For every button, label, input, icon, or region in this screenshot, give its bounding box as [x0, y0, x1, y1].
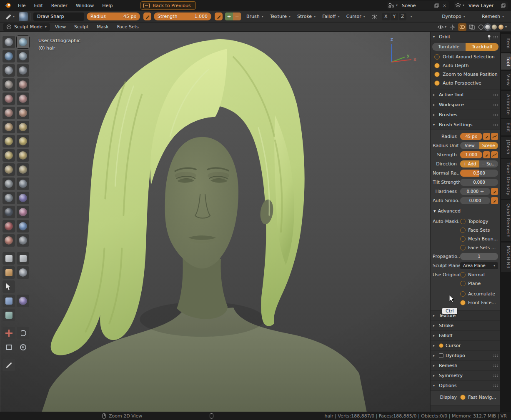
- panel-drag-grip[interactable]: [493, 354, 498, 358]
- sidebar-tab[interactable]: Quad Remesh: [501, 200, 511, 241]
- panel-drag-grip[interactable]: [493, 93, 498, 97]
- panel-drag-grip[interactable]: [493, 123, 498, 127]
- radius-unit-view-button[interactable]: View: [460, 142, 479, 149]
- sculpt-tool[interactable]: [3, 178, 15, 190]
- sculpt-tool[interactable]: [3, 266, 15, 279]
- sculpt-tool[interactable]: [17, 163, 29, 176]
- options-dropdown[interactable]: Cursor▾: [343, 12, 368, 20]
- back-to-previous-button[interactable]: ← Back to Previous: [140, 1, 195, 10]
- radius-pressure-icon[interactable]: [143, 12, 151, 20]
- automask-face-sets-toggle[interactable]: Face Sets: [460, 228, 498, 233]
- direction-subtract-button[interactable]: − Su...: [479, 160, 498, 168]
- sculpt-tool[interactable]: [3, 149, 15, 162]
- add-view-layer-icon[interactable]: [500, 2, 506, 9]
- toggle-circle-icon[interactable]: [434, 72, 440, 77]
- sculpt-tool[interactable]: [3, 359, 15, 371]
- brush-subpanel-header[interactable]: ▸ Texture: [431, 311, 500, 321]
- brush-subpanel-header[interactable]: ▸ Cursor: [431, 341, 500, 351]
- toggle-row[interactable]: Zoom to Mouse Position: [431, 70, 500, 79]
- sidebar-tab[interactable]: Edit: [501, 119, 511, 135]
- options-dropdown[interactable]: Falloff▾: [319, 12, 343, 20]
- panel-header-collapsed[interactable]: ▸ Active Tool: [431, 90, 500, 100]
- hardness-slider[interactable]: 0.000↔: [460, 188, 490, 195]
- sculpt-tool[interactable]: [17, 266, 29, 279]
- automask-topology-toggle[interactable]: Topology: [460, 219, 498, 224]
- panel-drag-grip[interactable]: [493, 374, 498, 378]
- sculpt-tool[interactable]: [3, 220, 15, 232]
- mirror-axis-button[interactable]: X: [382, 13, 390, 20]
- sculpt-tool[interactable]: [3, 36, 15, 48]
- toggle-circle-icon[interactable]: [460, 395, 466, 400]
- shading-solid-icon[interactable]: [485, 25, 490, 30]
- radius-slider[interactable]: 45 px: [460, 133, 482, 140]
- viewport-menu-item[interactable]: Sculpt: [70, 23, 92, 31]
- viewport-3d[interactable]: User Orthographic (0) hair z y x: [0, 32, 500, 412]
- options-dropdown[interactable]: Brush▾: [243, 12, 266, 20]
- sculpt-tool[interactable]: [3, 163, 15, 176]
- sculpt-tool[interactable]: [17, 149, 29, 162]
- menu-item[interactable]: Help: [98, 2, 116, 10]
- panel-drag-grip[interactable]: [493, 384, 498, 388]
- fast-navigate-toggle[interactable]: Fast Navig...: [460, 395, 498, 400]
- sculpt-tool[interactable]: [17, 36, 29, 48]
- sculpt-tool[interactable]: [17, 121, 29, 133]
- viewport-menu-item[interactable]: Mask: [93, 23, 112, 31]
- propagation-steps-field[interactable]: 1: [460, 253, 498, 260]
- view-layer-name-field[interactable]: View Layer: [466, 3, 498, 8]
- autosmooth-slider[interactable]: 0.000: [460, 197, 490, 204]
- radius-unit-scene-button[interactable]: Scene: [479, 142, 498, 149]
- sidebar-tab[interactable]: View: [501, 71, 511, 89]
- toggle-row[interactable]: Auto Perspective: [431, 79, 500, 88]
- automask-mesh-boundary-toggle[interactable]: Mesh Boun...: [460, 236, 498, 242]
- mode-selector[interactable]: Sculpt Mode ▾: [3, 23, 50, 31]
- new-scene-icon[interactable]: [433, 2, 440, 9]
- accumulate-toggle[interactable]: Accumulate: [460, 291, 498, 297]
- sidebar-tab[interactable]: JMesh: [501, 137, 511, 158]
- panel-header-collapsed[interactable]: ▸ Brushes: [431, 110, 500, 120]
- sculpt-tool[interactable]: [17, 92, 29, 105]
- sculpt-tool[interactable]: [3, 50, 15, 62]
- sculpt-tool[interactable]: [3, 206, 15, 218]
- radius-pressure-icon[interactable]: [483, 133, 490, 140]
- brush-subpanel-header[interactable]: ▸ Falloff: [431, 331, 500, 341]
- sidebar-tab[interactable]: Animate: [501, 91, 511, 118]
- options-dropdown[interactable]: Stroke▾: [294, 12, 318, 20]
- strength-pressure-icon[interactable]: [483, 151, 490, 158]
- toggle-circle-icon[interactable]: [460, 228, 466, 233]
- strength-curve-icon[interactable]: [491, 151, 498, 158]
- panel-header-collapsed[interactable]: ▸ Dyntopo: [431, 351, 500, 361]
- sculpt-tool[interactable]: [3, 248, 15, 250]
- checkbox-icon[interactable]: [439, 353, 443, 358]
- pin-icon[interactable]: [487, 35, 491, 40]
- viewport-menu-item[interactable]: Face Sets: [113, 23, 143, 31]
- sculpt-tool[interactable]: [17, 252, 29, 265]
- panel-header-orbit[interactable]: ▾ Orbit: [431, 32, 500, 42]
- sculpt-tool[interactable]: [17, 107, 29, 119]
- strength-pressure-icon[interactable]: [215, 12, 223, 20]
- toggle-circle-icon[interactable]: [460, 300, 466, 305]
- shading-rendered-icon[interactable]: [498, 25, 503, 30]
- panel-header-collapsed[interactable]: ▸ Symmetry: [431, 371, 500, 381]
- panel-header-options[interactable]: ▾ Options: [431, 381, 500, 391]
- sculpt-tool[interactable]: [3, 64, 15, 77]
- panel-drag-grip[interactable]: [493, 103, 498, 107]
- toggle-row[interactable]: Auto Depth: [431, 61, 500, 70]
- sculpt-tool[interactable]: [17, 178, 29, 190]
- panel-header-collapsed[interactable]: ▸ Workspace: [431, 100, 500, 110]
- unlink-scene-icon[interactable]: ×: [441, 2, 448, 9]
- direction-subtract-button[interactable]: −: [233, 12, 241, 20]
- toggle-circle-icon[interactable]: [460, 245, 466, 250]
- xray-toggle-icon[interactable]: [468, 23, 476, 31]
- menu-item[interactable]: File: [14, 2, 29, 10]
- sculpt-tool[interactable]: [3, 341, 15, 353]
- sculpt-tool[interactable]: [3, 323, 15, 325]
- scene-name-field[interactable]: Scene: [399, 3, 432, 8]
- sculpt-tool[interactable]: [3, 107, 15, 119]
- toggle-circle-icon[interactable]: [434, 54, 440, 60]
- sidebar-tab[interactable]: MACHIN3: [501, 242, 511, 272]
- editor-type-button[interactable]: ▾: [3, 13, 16, 20]
- toggle-row[interactable]: Orbit Around Selection: [431, 52, 500, 61]
- symmetry-icon[interactable]: [371, 13, 379, 20]
- panel-header-collapsed[interactable]: ▸ Remesh: [431, 361, 500, 371]
- sculpt-tool[interactable]: [17, 135, 29, 148]
